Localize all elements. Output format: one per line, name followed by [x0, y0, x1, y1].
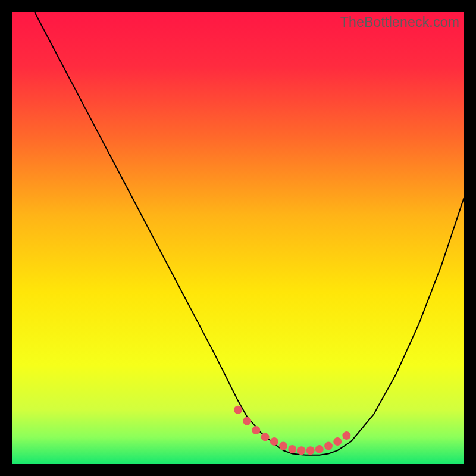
marker-dot — [333, 437, 342, 446]
chart-frame: TheBottleneck.com — [12, 12, 464, 464]
marker-dot — [342, 431, 350, 440]
chart-background — [12, 12, 464, 464]
marker-dot — [315, 445, 324, 453]
marker-dot — [243, 417, 251, 425]
marker-dot — [297, 446, 305, 455]
marker-dot — [270, 437, 278, 446]
marker-dot — [252, 426, 260, 434]
marker-dot — [306, 446, 315, 455]
chart-svg — [12, 12, 464, 464]
marker-dot — [261, 433, 270, 441]
marker-dot — [288, 445, 296, 453]
marker-dot — [279, 442, 287, 450]
marker-dot — [324, 442, 333, 450]
marker-dot — [234, 406, 242, 414]
watermark-text: TheBottleneck.com — [340, 14, 459, 30]
